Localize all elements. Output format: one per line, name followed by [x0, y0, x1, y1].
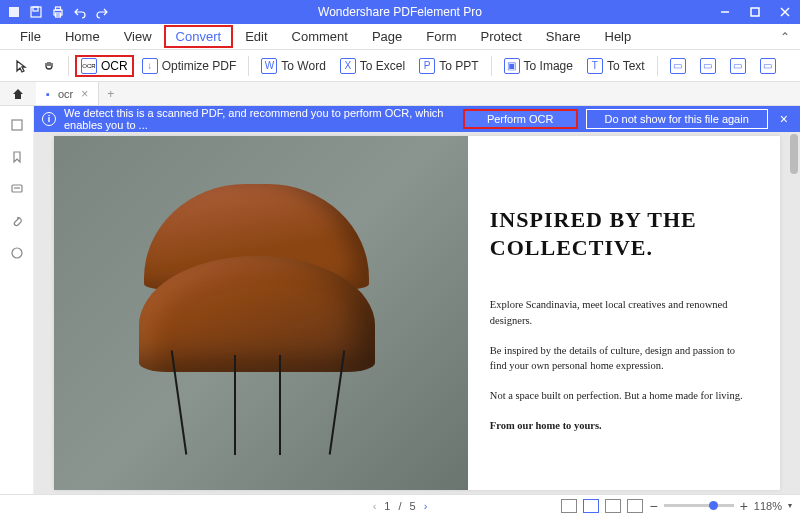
- thumbnails-icon[interactable]: [8, 116, 26, 134]
- paragraph-2: Be inspired by the details of culture, d…: [490, 343, 750, 375]
- menu-page[interactable]: Page: [360, 25, 414, 48]
- optimize-icon: ↓: [142, 58, 158, 74]
- to-ppt-button[interactable]: PTo PPT: [413, 55, 484, 77]
- svg-rect-0: [9, 7, 19, 17]
- format-icon-2[interactable]: ▭: [694, 55, 722, 77]
- document-viewport[interactable]: INSPIRED BY THE COLLECTIVE. Explore Scan…: [34, 132, 800, 494]
- page-navigation: ‹ 1 / 5 ›: [373, 500, 428, 512]
- paragraph-3: Not a space built on perfection. But a h…: [490, 388, 750, 404]
- chair-illustration: [116, 178, 397, 454]
- hand-tool[interactable]: [36, 56, 62, 76]
- format-icon-4[interactable]: ▭: [754, 55, 782, 77]
- prev-page-icon[interactable]: ‹: [373, 500, 377, 512]
- zoom-out-button[interactable]: −: [649, 498, 657, 514]
- banner-message: We detect this is a scanned PDF, and rec…: [64, 107, 455, 131]
- app-title: Wondershare PDFelement Pro: [318, 5, 482, 19]
- html-icon: ▭: [700, 58, 716, 74]
- status-bar: ‹ 1 / 5 › − + 118% ▾: [0, 494, 800, 516]
- page-image: [54, 136, 468, 490]
- page-text-column: INSPIRED BY THE COLLECTIVE. Explore Scan…: [468, 136, 780, 490]
- to-text-button[interactable]: TTo Text: [581, 55, 651, 77]
- menu-comment[interactable]: Comment: [280, 25, 360, 48]
- svg-rect-7: [751, 8, 759, 16]
- view-facing-icon[interactable]: [605, 499, 621, 513]
- toolbar: OCR OCR ↓ Optimize PDF WTo Word XTo Exce…: [0, 50, 800, 82]
- menu-protect[interactable]: Protect: [469, 25, 534, 48]
- tab-bar: ▪ ocr × +: [0, 82, 800, 106]
- vertical-scrollbar[interactable]: [790, 134, 798, 492]
- view-facing-continuous-icon[interactable]: [627, 499, 643, 513]
- to-word-button[interactable]: WTo Word: [255, 55, 331, 77]
- svg-rect-2: [33, 7, 38, 11]
- close-banner-icon[interactable]: ×: [776, 111, 792, 127]
- image-icon: ▣: [504, 58, 520, 74]
- dismiss-banner-button[interactable]: Do not show for this file again: [586, 109, 768, 129]
- minimize-button[interactable]: [710, 0, 740, 24]
- close-button[interactable]: [770, 0, 800, 24]
- maximize-button[interactable]: [740, 0, 770, 24]
- to-image-button[interactable]: ▣To Image: [498, 55, 579, 77]
- page-total: 5: [410, 500, 416, 512]
- tab-close-icon[interactable]: ×: [81, 87, 88, 101]
- text-icon: T: [587, 58, 603, 74]
- perform-ocr-button[interactable]: Perform OCR: [463, 109, 578, 129]
- excel-icon: X: [340, 58, 356, 74]
- optimize-label: Optimize PDF: [162, 59, 237, 73]
- scrollbar-thumb[interactable]: [790, 134, 798, 174]
- comments-icon[interactable]: [8, 180, 26, 198]
- left-sidebar: [0, 106, 34, 494]
- select-tool[interactable]: [8, 56, 34, 76]
- other-icon: ▭: [760, 58, 776, 74]
- bookmarks-icon[interactable]: [8, 148, 26, 166]
- ocr-button[interactable]: OCR OCR: [75, 55, 134, 77]
- app-logo-icon: [6, 4, 22, 20]
- redo-icon[interactable]: [94, 4, 110, 20]
- print-icon[interactable]: [50, 4, 66, 20]
- menu-form[interactable]: Form: [414, 25, 468, 48]
- ocr-label: OCR: [101, 59, 128, 73]
- view-continuous-icon[interactable]: [583, 499, 599, 513]
- menu-convert[interactable]: Convert: [164, 25, 234, 48]
- ocr-banner: i We detect this is a scanned PDF, and r…: [34, 106, 800, 132]
- ocr-icon: OCR: [81, 58, 97, 74]
- zoom-slider[interactable]: [664, 504, 734, 507]
- search-sidebar-icon[interactable]: [8, 244, 26, 262]
- paragraph-4: From our home to yours.: [490, 418, 750, 434]
- info-icon: i: [42, 112, 56, 126]
- page-current[interactable]: 1: [384, 500, 390, 512]
- page-sep: /: [398, 500, 401, 512]
- pdf-file-icon: ▪: [46, 88, 50, 100]
- epub-icon: ▭: [670, 58, 686, 74]
- save-icon[interactable]: [28, 4, 44, 20]
- menu-edit[interactable]: Edit: [233, 25, 279, 48]
- svg-point-13: [12, 248, 22, 258]
- format-icon-3[interactable]: ▭: [724, 55, 752, 77]
- ppt-icon: P: [419, 58, 435, 74]
- menu-view[interactable]: View: [112, 25, 164, 48]
- zoom-in-button[interactable]: +: [740, 498, 748, 514]
- optimize-pdf-button[interactable]: ↓ Optimize PDF: [136, 55, 243, 77]
- home-tab-icon[interactable]: [8, 84, 28, 104]
- paragraph-1: Explore Scandinavia, meet local creative…: [490, 297, 750, 329]
- to-excel-button[interactable]: XTo Excel: [334, 55, 411, 77]
- format-icon-1[interactable]: ▭: [664, 55, 692, 77]
- collapse-ribbon-icon[interactable]: ⌃: [780, 30, 790, 44]
- zoom-percent[interactable]: 118%: [754, 500, 782, 512]
- zoom-slider-thumb[interactable]: [709, 501, 718, 510]
- view-single-icon[interactable]: [561, 499, 577, 513]
- title-bar: Wondershare PDFelement Pro: [0, 0, 800, 24]
- document-tab[interactable]: ▪ ocr ×: [36, 82, 99, 105]
- menu-share[interactable]: Share: [534, 25, 593, 48]
- next-page-icon[interactable]: ›: [424, 500, 428, 512]
- attachments-icon[interactable]: [8, 212, 26, 230]
- undo-icon[interactable]: [72, 4, 88, 20]
- menu-file[interactable]: File: [8, 25, 53, 48]
- rtf-icon: ▭: [730, 58, 746, 74]
- menu-help[interactable]: Help: [593, 25, 644, 48]
- menu-home[interactable]: Home: [53, 25, 112, 48]
- pdf-page: INSPIRED BY THE COLLECTIVE. Explore Scan…: [54, 136, 780, 490]
- new-tab-button[interactable]: +: [99, 87, 122, 101]
- page-heading: INSPIRED BY THE COLLECTIVE.: [490, 206, 750, 261]
- word-icon: W: [261, 58, 277, 74]
- zoom-dropdown-icon[interactable]: ▾: [788, 501, 792, 510]
